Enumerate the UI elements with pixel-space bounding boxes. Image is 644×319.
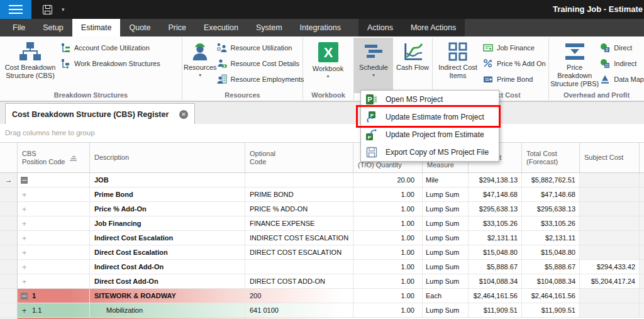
table-row[interactable]: →JOB20.00Mile$294,138.13$5,882,762.51	[0, 173, 644, 187]
cbs-position-code-cell[interactable]: +1.1	[18, 303, 90, 318]
row-indicator-cell[interactable]	[0, 274, 18, 289]
subject-cost-cell[interactable]	[580, 289, 640, 303]
menu-item-export-copy-of-ms-project-file[interactable]: Export Copy of MS Project File	[361, 143, 499, 161]
quantity-cell[interactable]: 1.00	[353, 202, 423, 216]
tab-quote[interactable]: Quote	[120, 19, 159, 36]
header-total-cost-forecast[interactable]: Total Cost (Forecast)	[522, 143, 580, 173]
tab-estimate[interactable]: Estimate	[72, 19, 121, 36]
cbs-position-code-cell[interactable]: +	[18, 260, 90, 274]
description-cell[interactable]: Prime Bond	[90, 187, 245, 202]
description-cell[interactable]: Price % Add-On	[90, 202, 245, 216]
quantity-cell[interactable]: 1.00	[353, 216, 423, 231]
resource-employments-button[interactable]: Resource Employments	[217, 74, 304, 84]
unit-cost-cell[interactable]: $33,105.26	[469, 216, 522, 231]
optional-code-cell[interactable]: PRIME BOND	[245, 187, 353, 202]
optional-code-cell[interactable]	[245, 173, 353, 187]
total-cost-forecast-cell[interactable]: $11,909.51	[522, 303, 580, 318]
tab-integrations[interactable]: Integrations	[291, 19, 350, 36]
subject-cost-cell[interactable]	[580, 202, 640, 216]
table-row[interactable]: +Price % Add-OnPRICE % ADD-ON1.00Lump Su…	[0, 202, 644, 216]
row-indicator-cell[interactable]	[0, 202, 18, 216]
cbs-position-code-cell[interactable]: +	[18, 202, 90, 216]
quantity-cell[interactable]: 20.00	[353, 173, 423, 187]
unit-cost-cell[interactable]: $294,138.13	[469, 173, 522, 187]
row-indicator-cell[interactable]	[0, 187, 18, 202]
total-cost-forecast-cell[interactable]: $2,131.11	[522, 231, 580, 245]
resources-button[interactable]: Resources ▾	[184, 38, 217, 93]
subject-cost-cell[interactable]: $5,204,417.24	[580, 274, 640, 289]
subject-cost-cell[interactable]	[580, 187, 640, 202]
optional-code-cell[interactable]: INDIRECT COST ESCALATION	[245, 231, 353, 245]
expand-icon[interactable]: +	[21, 220, 28, 227]
unit-cost-cell[interactable]: $11,909.51	[469, 303, 522, 318]
unit-cost-cell[interactable]: $295,638.13	[469, 202, 522, 216]
cbs-position-code-cell[interactable]: 1	[18, 289, 90, 303]
direct-button[interactable]: Direct	[600, 43, 644, 53]
unit-of-measure-cell[interactable]: Lump Sum	[423, 260, 469, 274]
tab-file[interactable]: File	[4, 19, 34, 36]
unit-of-measure-cell[interactable]: Lump Sum	[423, 187, 469, 202]
unit-of-measure-cell[interactable]: Lump Sum	[423, 245, 469, 260]
group-by-panel[interactable]: Drag columns here to group	[0, 124, 644, 143]
description-cell[interactable]: SITEWORK & ROADWAY	[90, 289, 245, 303]
indirect-button[interactable]: Indirect	[600, 59, 644, 69]
subject-cost-cell[interactable]	[580, 216, 640, 231]
cost-breakdown-structure-button[interactable]: Cost Breakdown Structure (CBS)	[0, 38, 60, 93]
optional-code-cell[interactable]: 641 0100	[245, 303, 353, 318]
indirect-cost-items-button[interactable]: Indirect Cost Items	[433, 38, 483, 93]
quantity-cell[interactable]: 1.00	[353, 245, 423, 260]
table-row[interactable]: +Job FinancingFINANCE EXPENSE1.00Lump Su…	[0, 216, 644, 231]
unit-cost-cell[interactable]: $104,088.34	[469, 274, 522, 289]
header-optional-code[interactable]: Optional Code	[245, 143, 353, 173]
close-tab-icon[interactable]: ✕	[179, 110, 188, 119]
optional-code-cell[interactable]: DIRECT COST ESCALATION	[245, 245, 353, 260]
unit-of-measure-cell[interactable]: Lump Sum	[423, 216, 469, 231]
optional-code-cell[interactable]: 200	[245, 289, 353, 303]
table-row[interactable]: +Prime BondPRIME BOND1.00Lump Sum$47,148…	[0, 187, 644, 202]
expand-icon[interactable]: +	[21, 206, 28, 213]
tab-price[interactable]: Price	[160, 19, 195, 36]
subject-cost-cell[interactable]	[580, 173, 640, 187]
subject-cost-cell[interactable]	[580, 231, 640, 245]
total-cost-forecast-cell[interactable]: $15,048.80	[522, 245, 580, 260]
tab-system[interactable]: System	[247, 19, 291, 36]
table-row[interactable]: +Direct Cost EscalationDIRECT COST ESCAL…	[0, 245, 644, 260]
price-percent-add-on-button[interactable]: Price % Add On	[483, 59, 546, 69]
table-row[interactable]: +1.1Mobilization641 01001.00Lump Sum$11,…	[0, 303, 644, 318]
schedule-button[interactable]: Schedule ▾	[354, 38, 393, 93]
description-cell[interactable]: Job Financing	[90, 216, 245, 231]
cbs-position-code-cell[interactable]: +	[18, 231, 90, 245]
row-indicator-cell[interactable]: →	[0, 173, 18, 187]
optional-code-cell[interactable]: DIRECT COST ADD-ON	[245, 274, 353, 289]
total-cost-forecast-cell[interactable]: $47,148.68	[522, 187, 580, 202]
cbs-position-code-cell[interactable]: +	[18, 274, 90, 289]
unit-of-measure-cell[interactable]: Lump Sum	[423, 231, 469, 245]
cash-flow-button[interactable]: Cash Flow	[393, 38, 432, 93]
work-breakdown-structures-button[interactable]: Work Breakdown Structures	[60, 59, 160, 69]
quantity-cell[interactable]: 1.00	[353, 289, 423, 303]
price-breakdown-structure-button[interactable]: Price Breakdown Structure (PBS)	[549, 38, 600, 93]
quantity-cell[interactable]: 1.00	[353, 260, 423, 274]
optional-code-cell[interactable]	[245, 260, 353, 274]
description-cell[interactable]: JOB	[90, 173, 245, 187]
menu-item-update-estimate-from-project[interactable]: PUpdate Estimate from Project	[361, 108, 499, 126]
collapse-icon[interactable]	[21, 177, 28, 184]
row-indicator-cell[interactable]	[0, 303, 18, 318]
description-cell[interactable]: Mobilization	[90, 303, 245, 318]
unit-of-measure-cell[interactable]: Each	[423, 289, 469, 303]
total-cost-forecast-cell[interactable]: $104,088.34	[522, 274, 580, 289]
resource-utilization-button[interactable]: Resource Utilization	[217, 43, 304, 53]
prime-bond-button[interactable]: Prime Bond	[483, 74, 546, 84]
table-row[interactable]: +Indirect Cost EscalationINDIRECT COST E…	[0, 231, 644, 245]
cbs-position-code-cell[interactable]: +	[18, 216, 90, 231]
tab-execution[interactable]: Execution	[195, 19, 247, 36]
row-indicator-cell[interactable]	[0, 245, 18, 260]
tab-setup[interactable]: Setup	[34, 19, 72, 36]
unit-of-measure-cell[interactable]: Lump Sum	[423, 274, 469, 289]
expand-icon[interactable]: +	[21, 235, 28, 242]
total-cost-forecast-cell[interactable]: $2,464,161.56	[522, 289, 580, 303]
cbs-position-code-cell[interactable]: +	[18, 245, 90, 260]
cbs-position-code-cell[interactable]: +	[18, 187, 90, 202]
total-cost-forecast-cell[interactable]: $5,888.67	[522, 260, 580, 274]
row-indicator-cell[interactable]	[0, 216, 18, 231]
